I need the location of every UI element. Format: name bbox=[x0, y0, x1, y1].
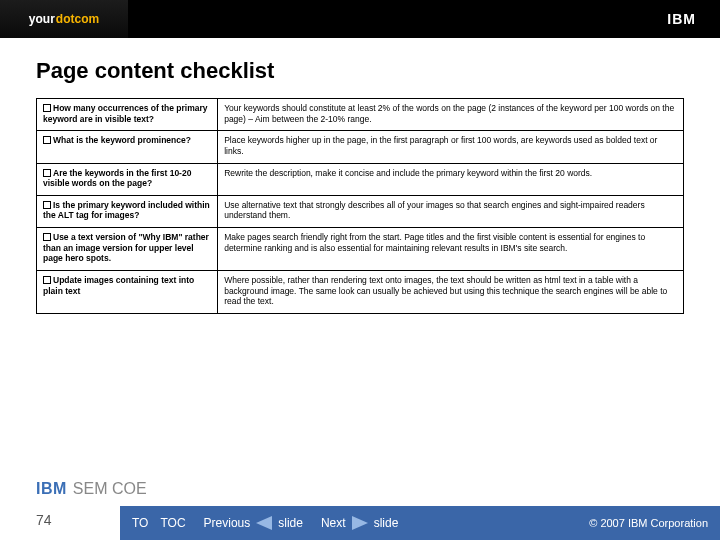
checkbox-icon bbox=[43, 169, 51, 177]
nav-prev-label: Previous bbox=[204, 516, 251, 530]
nav-previous[interactable]: Previous slide bbox=[204, 516, 303, 530]
table-row: What is the keyword prominence? Place ke… bbox=[37, 131, 684, 163]
checklist-table: How many occurrences of the primary keyw… bbox=[36, 98, 684, 314]
question-cell: Use a text version of "Why IBM" rather t… bbox=[37, 228, 218, 271]
nav-to-group: TO TOC bbox=[132, 516, 186, 530]
table-row: Are the keywords in the first 10-20 visi… bbox=[37, 163, 684, 195]
table-row: Use a text version of "Why IBM" rather t… bbox=[37, 228, 684, 271]
nav-next-slide: slide bbox=[374, 516, 399, 530]
nav-bar: TO TOC Previous slide Next slide © 2007 … bbox=[120, 506, 720, 540]
answer-cell: Your keywords should constitute at least… bbox=[218, 99, 684, 131]
answer-cell: Rewrite the description, make it concise… bbox=[218, 163, 684, 195]
page-title: Page content checklist bbox=[36, 58, 684, 84]
footer-brand: IBM SEM COE bbox=[36, 480, 147, 498]
question-cell: Are the keywords in the first 10-20 visi… bbox=[37, 163, 218, 195]
question-text: Is the primary keyword included within t… bbox=[43, 200, 210, 221]
table-row: How many occurrences of the primary keyw… bbox=[37, 99, 684, 131]
nav-toc-label[interactable]: TOC bbox=[160, 516, 185, 530]
brand-main: your bbox=[29, 12, 55, 26]
nav-next[interactable]: Next slide bbox=[321, 516, 398, 530]
question-cell: How many occurrences of the primary keyw… bbox=[37, 99, 218, 131]
nav-to-label[interactable]: TO bbox=[132, 516, 148, 530]
question-cell: Update images containing text into plain… bbox=[37, 270, 218, 313]
brand-block: yourdotcom bbox=[0, 0, 128, 38]
copyright-text: © 2007 IBM Corporation bbox=[589, 517, 708, 529]
table-row: Update images containing text into plain… bbox=[37, 270, 684, 313]
checkbox-icon bbox=[43, 201, 51, 209]
table-row: Is the primary keyword included within t… bbox=[37, 195, 684, 227]
slide-content: Page content checklist How many occurren… bbox=[0, 38, 720, 314]
answer-cell: Place keywords higher up in the page, in… bbox=[218, 131, 684, 163]
question-text: What is the keyword prominence? bbox=[53, 135, 191, 145]
question-cell: Is the primary keyword included within t… bbox=[37, 195, 218, 227]
answer-cell: Use alternative text that strongly descr… bbox=[218, 195, 684, 227]
footer-ibm-logo: IBM bbox=[36, 480, 67, 498]
question-cell: What is the keyword prominence? bbox=[37, 131, 218, 163]
brand-logo-box: yourdotcom bbox=[0, 0, 128, 38]
arrow-left-icon bbox=[256, 516, 272, 530]
question-text: Update images containing text into plain… bbox=[43, 275, 194, 296]
checkbox-icon bbox=[43, 276, 51, 284]
nav-prev-slide: slide bbox=[278, 516, 303, 530]
checkbox-icon bbox=[43, 233, 51, 241]
question-text: Are the keywords in the first 10-20 visi… bbox=[43, 168, 191, 189]
question-text: How many occurrences of the primary keyw… bbox=[43, 103, 207, 124]
question-text: Use a text version of "Why IBM" rather t… bbox=[43, 232, 209, 263]
ibm-logo-header: IBM bbox=[667, 11, 696, 27]
answer-cell: Make pages search friendly right from th… bbox=[218, 228, 684, 271]
footer-sem-label: SEM COE bbox=[73, 480, 147, 498]
arrow-right-icon bbox=[352, 516, 368, 530]
page-number: 74 bbox=[36, 512, 52, 528]
app-header: yourdotcom IBM bbox=[0, 0, 720, 38]
brand-accent: dotcom bbox=[56, 12, 99, 26]
checkbox-icon bbox=[43, 136, 51, 144]
checkbox-icon bbox=[43, 104, 51, 112]
brand-logo: yourdotcom bbox=[29, 12, 99, 26]
nav-next-label: Next bbox=[321, 516, 346, 530]
answer-cell: Where possible, rather than rendering te… bbox=[218, 270, 684, 313]
